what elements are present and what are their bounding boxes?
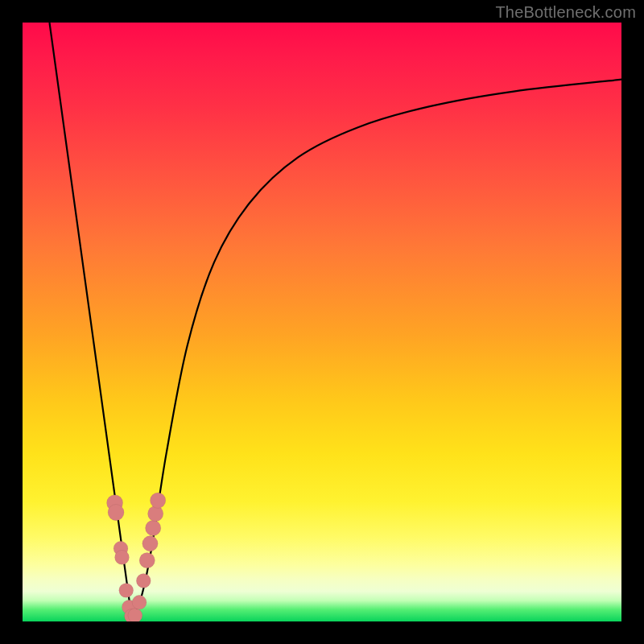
chart-frame: TheBottleneck.com [0, 0, 644, 644]
data-marker [150, 493, 165, 508]
data-marker [147, 506, 163, 521]
data-marker [108, 505, 124, 521]
data-marker [132, 595, 147, 609]
data-marker [115, 550, 130, 564]
data-marker [139, 552, 155, 568]
data-marker [142, 536, 158, 551]
data-marker [146, 520, 161, 535]
bottleneck-curve [49, 23, 621, 617]
data-marker [128, 609, 142, 621]
watermark-text: TheBottleneck.com [495, 3, 636, 22]
data-marker [119, 583, 134, 597]
markers-group [107, 493, 166, 621]
overlay-svg [23, 23, 621, 621]
plot-area [23, 23, 621, 621]
data-marker [136, 573, 151, 588]
